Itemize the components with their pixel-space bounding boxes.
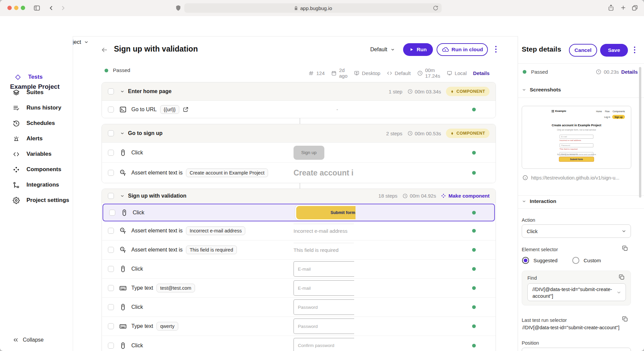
chevron-down-icon[interactable] bbox=[120, 89, 125, 94]
action-select[interactable]: Click bbox=[522, 224, 631, 238]
step-checkbox[interactable] bbox=[108, 323, 114, 329]
profile-selector[interactable]: Default bbox=[370, 47, 395, 53]
step-row[interactable]: ClickSubmit form bbox=[103, 204, 495, 221]
step-element-screenshot: Incorrect e-mail address bbox=[294, 221, 347, 240]
sidebar: Example Project TestsSuitesRuns historyS… bbox=[0, 36, 73, 351]
step-checkbox[interactable] bbox=[108, 150, 114, 156]
step-row[interactable]: Assert element text isCreate account in … bbox=[102, 163, 496, 183]
sidebar-item-label: Runs history bbox=[26, 104, 61, 111]
group-header-meta: 1 step00m 03.34sCOMPONENT bbox=[389, 87, 490, 96]
interaction-section-header[interactable]: Interaction bbox=[522, 198, 556, 204]
step-checkbox[interactable] bbox=[108, 266, 114, 272]
step-checkbox[interactable] bbox=[108, 285, 114, 291]
sidebar-toggle-icon[interactable] bbox=[33, 4, 41, 12]
copy-icon[interactable] bbox=[619, 274, 625, 280]
copy-icon[interactable] bbox=[622, 245, 628, 252]
group-checkbox[interactable] bbox=[108, 88, 114, 94]
step-checkbox[interactable] bbox=[108, 304, 114, 310]
component-badge-label: COMPONENT bbox=[456, 89, 485, 94]
custom-radio[interactable] bbox=[572, 257, 579, 264]
run-meta-value: Default bbox=[395, 70, 411, 76]
step-row[interactable]: Assert element text isThis field is requ… bbox=[102, 240, 496, 260]
sidebar-item-variables[interactable]: Variables bbox=[0, 146, 73, 162]
save-button[interactable]: Save bbox=[600, 44, 628, 57]
mouse-icon bbox=[119, 342, 127, 349]
lock-icon bbox=[294, 6, 298, 10]
forward-icon[interactable] bbox=[59, 4, 67, 12]
group-checkbox[interactable] bbox=[108, 193, 114, 199]
panel-scrollbar[interactable] bbox=[639, 67, 641, 198]
step-row[interactable]: Type textqwertyPassword bbox=[102, 317, 496, 336]
group-connector-line bbox=[300, 118, 300, 124]
step-status-dot bbox=[472, 108, 476, 111]
screenshots-section-header[interactable]: Screenshots bbox=[522, 87, 561, 93]
privacy-shield-icon[interactable] bbox=[175, 4, 182, 12]
refresh-icon[interactable] bbox=[433, 5, 439, 11]
sidebar-item-components[interactable]: Components bbox=[0, 162, 73, 177]
sidebar-item-integrations[interactable]: Integrations bbox=[0, 177, 73, 193]
clock-icon bbox=[417, 70, 423, 76]
step-status-dot bbox=[472, 325, 476, 328]
new-tab-icon[interactable] bbox=[620, 4, 627, 11]
step-checkbox[interactable] bbox=[108, 247, 114, 253]
sidebar-collapse-button[interactable]: Collapse bbox=[13, 337, 44, 343]
double-chevron-left-icon bbox=[13, 337, 19, 343]
step-row[interactable]: ClickE-mail bbox=[102, 260, 496, 279]
step-row[interactable]: Type texttest@test.comE-mail bbox=[102, 279, 496, 298]
position-input[interactable] bbox=[522, 348, 631, 351]
screenshot-url-link[interactable]: https://testrevolution.github.io/v1/sign… bbox=[531, 175, 620, 181]
zoom-window-button[interactable] bbox=[21, 6, 25, 10]
sidebar-collapse-label: Collapse bbox=[23, 337, 44, 343]
more-options-icon[interactable] bbox=[493, 44, 499, 55]
step-checkbox[interactable] bbox=[108, 228, 114, 234]
element-selector-label: Element selector bbox=[522, 247, 558, 252]
step-action-label: Click bbox=[131, 343, 143, 349]
step-checkbox[interactable] bbox=[108, 107, 114, 113]
group-duration-value: 00m 00.53s bbox=[415, 131, 441, 136]
step-row[interactable]: ClickSign up bbox=[102, 143, 496, 163]
find-selector-select[interactable]: //DIV[@data-test-id="submit-create-accou… bbox=[527, 283, 626, 301]
address-bar[interactable]: app.bugbug.io bbox=[184, 3, 442, 13]
run-button[interactable]: Run bbox=[403, 43, 433, 56]
chevron-down-icon[interactable] bbox=[120, 194, 125, 198]
step-details-link[interactable]: Details bbox=[621, 69, 638, 75]
group-checkbox[interactable] bbox=[108, 130, 114, 136]
divider bbox=[518, 208, 644, 209]
chevron-down-icon[interactable] bbox=[120, 131, 125, 136]
step-screenshot-thumbnail[interactable]: ExampleHomeFlowComponentsLog inSign upCr… bbox=[522, 106, 631, 169]
step-checkbox[interactable] bbox=[108, 170, 114, 176]
suggested-radio[interactable] bbox=[522, 257, 529, 264]
step-checkbox[interactable] bbox=[109, 210, 115, 216]
run-details-link[interactable]: Details bbox=[473, 70, 490, 76]
step-row[interactable]: Assert element text isIncorrect e-mail a… bbox=[102, 221, 496, 240]
info-icon[interactable] bbox=[522, 175, 528, 181]
back-icon[interactable] bbox=[48, 4, 55, 12]
sidebar-item-runs-history[interactable]: Runs history bbox=[0, 100, 73, 116]
step-row[interactable]: ClickConfirm password bbox=[102, 336, 496, 351]
close-window-button[interactable] bbox=[7, 6, 12, 10]
sidebar-item-schedules[interactable]: Schedules bbox=[0, 116, 73, 131]
tab-overview-icon[interactable] bbox=[631, 4, 638, 11]
copy-icon[interactable] bbox=[622, 316, 628, 322]
divider bbox=[518, 97, 644, 98]
mini-terms-text: By clicking you accept the terms and con… bbox=[556, 153, 598, 155]
minimize-window-button[interactable] bbox=[14, 6, 18, 10]
panel-more-options-icon[interactable] bbox=[631, 44, 638, 56]
back-arrow-icon[interactable] bbox=[101, 46, 109, 54]
sidebar-item-alerts[interactable]: Alerts bbox=[0, 131, 73, 146]
sidebar-item-tests[interactable]: Tests bbox=[0, 69, 73, 85]
external-link-icon[interactable] bbox=[183, 107, 189, 113]
step-checkbox[interactable] bbox=[108, 343, 114, 349]
step-action-label: Go to URL bbox=[131, 107, 157, 113]
make-component-link[interactable]: Make component bbox=[441, 193, 490, 199]
cancel-button[interactable]: Cancel bbox=[569, 44, 597, 57]
share-icon[interactable] bbox=[607, 4, 615, 12]
sidebar-item-project-settings[interactable]: Project settings bbox=[0, 193, 73, 208]
step-status-dot bbox=[472, 286, 476, 290]
find-label: Find bbox=[527, 275, 537, 281]
sidebar-item-suites[interactable]: Suites bbox=[0, 85, 73, 100]
step-row[interactable]: ClickPassword bbox=[102, 298, 496, 317]
step-row[interactable]: Go to URL{{url}}- bbox=[102, 101, 496, 118]
run-in-cloud-button[interactable]: Run in cloud bbox=[437, 43, 488, 56]
sidebar-item-label: Suites bbox=[26, 89, 44, 96]
